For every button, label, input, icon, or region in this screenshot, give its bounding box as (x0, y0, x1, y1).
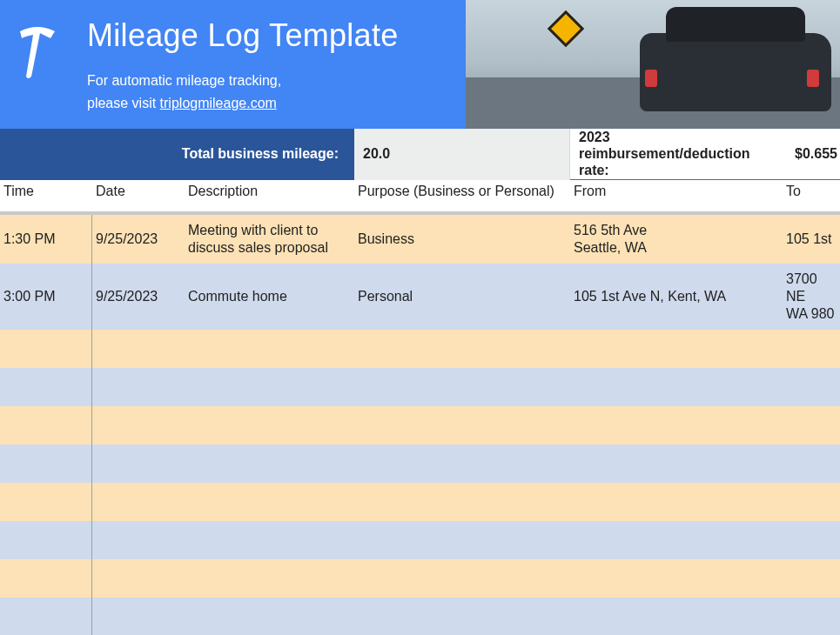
cell-to[interactable] (783, 330, 840, 368)
cell-from[interactable] (570, 444, 783, 483)
table-row[interactable] (0, 330, 840, 368)
hero-image (466, 0, 840, 129)
cell-to[interactable] (783, 483, 840, 521)
summary-row: Total business mileage: 20.0 2023 reimbu… (0, 129, 840, 171)
table-row[interactable] (0, 483, 840, 521)
col-description: Description (185, 171, 354, 211)
cell-purpose[interactable]: Business (354, 215, 570, 264)
cell-to[interactable] (783, 444, 840, 483)
cell-date[interactable] (92, 444, 185, 483)
cell-description[interactable] (185, 406, 354, 444)
cell-time[interactable]: 1:30 PM (0, 215, 92, 264)
cell-to[interactable] (783, 521, 840, 559)
cell-time[interactable] (0, 483, 92, 521)
cell-purpose[interactable]: Personal (354, 264, 570, 330)
cell-time[interactable] (0, 521, 92, 559)
col-purpose: Purpose (Business or Personal) (354, 171, 570, 211)
cell-time[interactable] (0, 444, 92, 483)
table-row[interactable] (0, 598, 840, 635)
table-body: 1:30 PM9/25/2023Meeting with client to d… (0, 215, 840, 635)
cell-description[interactable] (185, 521, 354, 559)
cell-to[interactable]: 105 1st (783, 215, 840, 264)
cell-date[interactable] (92, 559, 185, 598)
cell-purpose[interactable] (354, 483, 570, 521)
col-date: Date (92, 171, 185, 211)
col-time: Time (0, 171, 92, 211)
hero-banner: Mileage Log Template For automatic milea… (0, 0, 840, 129)
cell-description[interactable]: Commute home (185, 264, 354, 330)
cell-to[interactable] (783, 406, 840, 444)
cell-to[interactable] (783, 559, 840, 598)
cell-time[interactable] (0, 406, 92, 444)
table-row[interactable] (0, 444, 840, 483)
cell-to[interactable]: 3700 NEWA 980 (783, 264, 840, 330)
cell-purpose[interactable] (354, 521, 570, 559)
triplog-logo-icon (16, 23, 59, 84)
page-title: Mileage Log Template (87, 17, 399, 54)
cell-date[interactable] (92, 406, 185, 444)
cell-description[interactable]: Meeting with client to discuss sales pro… (185, 215, 354, 264)
table-row[interactable]: 1:30 PM9/25/2023Meeting with client to d… (0, 215, 840, 264)
cell-description[interactable] (185, 368, 354, 406)
table-row[interactable] (0, 559, 840, 598)
cell-from[interactable] (570, 406, 783, 444)
cell-from[interactable] (570, 330, 783, 368)
car-icon (640, 33, 831, 111)
cell-from[interactable] (570, 559, 783, 598)
col-from: From (570, 171, 783, 211)
cell-time[interactable] (0, 330, 92, 368)
cell-from[interactable] (570, 598, 783, 635)
cell-purpose[interactable] (354, 444, 570, 483)
cell-description[interactable] (185, 483, 354, 521)
cell-purpose[interactable] (354, 406, 570, 444)
cell-description[interactable] (185, 444, 354, 483)
cell-from[interactable]: 105 1st Ave N, Kent, WA (570, 264, 783, 330)
table-header-row: Time Date Description Purpose (Business … (0, 171, 840, 215)
table-row[interactable] (0, 521, 840, 559)
triplog-link[interactable]: triplogmileage.com (160, 96, 277, 110)
cell-to[interactable] (783, 598, 840, 635)
cell-from[interactable] (570, 521, 783, 559)
cell-to[interactable] (783, 368, 840, 406)
cell-time[interactable] (0, 559, 92, 598)
cell-date[interactable]: 9/25/2023 (92, 264, 185, 330)
col-to: To (783, 171, 840, 211)
road-sign-icon (548, 10, 584, 47)
hero-subtitle: For automatic mileage tracking, please v… (87, 70, 399, 114)
table-row[interactable] (0, 368, 840, 406)
cell-date[interactable]: 9/25/2023 (92, 215, 185, 264)
cell-time[interactable] (0, 598, 92, 635)
cell-date[interactable] (92, 368, 185, 406)
cell-date[interactable] (92, 598, 185, 635)
table-row[interactable] (0, 406, 840, 444)
cell-from[interactable]: 516 5th AveSeattle, WA (570, 215, 783, 264)
hero-left: Mileage Log Template For automatic milea… (0, 0, 466, 129)
table-row[interactable]: 3:00 PM9/25/2023Commute homePersonal105 … (0, 264, 840, 330)
cell-from[interactable] (570, 483, 783, 521)
cell-description[interactable] (185, 598, 354, 635)
cell-date[interactable] (92, 521, 185, 559)
hero-subtitle-line1: For automatic mileage tracking, (87, 73, 281, 88)
cell-date[interactable] (92, 483, 185, 521)
cell-purpose[interactable] (354, 368, 570, 406)
cell-description[interactable] (185, 559, 354, 598)
cell-time[interactable] (0, 368, 92, 406)
cell-time[interactable]: 3:00 PM (0, 264, 92, 330)
hero-text: Mileage Log Template For automatic milea… (87, 17, 399, 129)
cell-date[interactable] (92, 330, 185, 368)
cell-description[interactable] (185, 330, 354, 368)
cell-from[interactable] (570, 368, 783, 406)
hero-subtitle-line2-prefix: please visit (87, 96, 160, 110)
cell-purpose[interactable] (354, 330, 570, 368)
cell-purpose[interactable] (354, 598, 570, 635)
cell-purpose[interactable] (354, 559, 570, 598)
